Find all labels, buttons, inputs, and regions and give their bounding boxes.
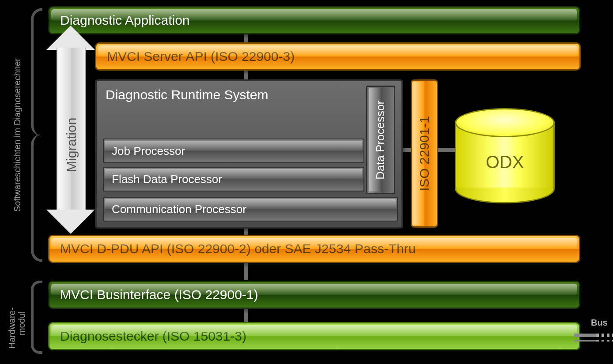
layer-mvci-businterface: MVCI Businterface (ISO 22900-1)	[48, 281, 580, 309]
block-label: Communication Processor	[112, 203, 246, 216]
layer-label: MVCI D-PDU API (ISO 22900-2) oder SAE J2…	[60, 241, 416, 256]
brace-hardware-bottom	[31, 316, 42, 354]
block-flash-data-processor: Flash Data Processor	[103, 167, 364, 191]
cylinder-label: ODX	[455, 152, 555, 172]
connector-v5	[244, 309, 248, 322]
label-software-layers: Softwareschichten im Diagnoserechner	[12, 58, 23, 212]
label-hardware-module-2: modul	[17, 311, 27, 335]
block-label: Flash Data Processor	[112, 173, 222, 186]
bus-line-2-dashed-icon	[596, 340, 613, 341]
panel-title: Diagnostic Runtime System	[106, 87, 268, 102]
layer-label: Diagnosestecker (ISO 15031-3)	[60, 329, 246, 344]
label-hardware-module-1: Hardware-	[7, 308, 17, 349]
block-label: Job Processor	[112, 144, 185, 158]
layer-label: MVCI Businterface (ISO 22900-1)	[60, 287, 258, 302]
brace-software-bottom	[31, 134, 42, 262]
arrow-migration-up-icon	[46, 26, 95, 50]
arrow-migration-down-icon	[46, 210, 95, 234]
layer-diagnostic-application: Diagnostic Application	[48, 6, 580, 34]
block-job-processor: Job Processor	[103, 139, 364, 163]
layer-diagnosestecker: Diagnosestecker (ISO 15031-3)	[48, 322, 580, 350]
block-iso-22901-1: ISO 22901-1	[411, 79, 438, 228]
block-label: Data Processor	[374, 100, 388, 179]
connector-v4	[244, 263, 248, 280]
layer-mvci-server-api: MVCI Server API (ISO 22900-3)	[95, 42, 581, 71]
label-migration: Migration	[64, 118, 79, 172]
label-bus: Bus	[591, 318, 608, 328]
layer-mvci-dpdu-api: MVCI D-PDU API (ISO 22900-2) oder SAE J2…	[48, 235, 580, 263]
bus-line-2-icon	[574, 340, 596, 341]
block-communication-processor: Communication Processor	[103, 197, 398, 221]
block-label: ISO 22901-1	[417, 116, 432, 191]
layer-label: MVCI Server API (ISO 22900-3)	[107, 49, 295, 64]
brace-hardware-top	[31, 281, 42, 319]
brace-software-top	[31, 8, 42, 136]
cylinder-odx: ODX	[455, 108, 552, 196]
bus-line-dashed-icon	[596, 334, 613, 337]
block-data-processor: Data Processor	[366, 86, 395, 194]
panel-diagnostic-runtime-system: Diagnostic Runtime System Job Processor …	[95, 79, 403, 229]
bus-line-icon	[574, 334, 596, 337]
